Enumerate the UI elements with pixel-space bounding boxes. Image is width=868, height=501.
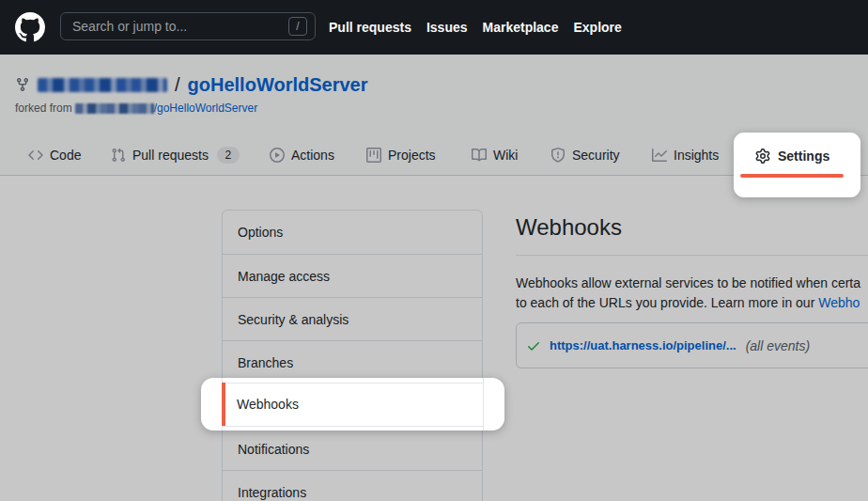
github-logo-icon[interactable] [15,12,45,42]
search-input[interactable]: Search or jump to... / [60,12,316,40]
settings-tab-highlight: Settings [734,133,860,197]
search-placeholder: Search or jump to... [72,19,288,34]
global-nav: Pull requests Issues Marketplace Explore [329,0,622,55]
tab-settings[interactable]: Settings [755,149,829,164]
nav-issues[interactable]: Issues [426,20,468,35]
dim-overlay [0,55,868,501]
item-bottom-border [222,426,483,427]
nav-explore[interactable]: Explore [573,20,621,35]
gear-icon [755,149,770,164]
active-item-indicator [222,383,225,426]
active-tab-underline [740,174,844,178]
webhooks-menu-highlight: Webhooks [201,378,504,431]
sidebar-item-webhooks[interactable]: Webhooks [237,383,299,426]
nav-pull-requests[interactable]: Pull requests [329,20,411,35]
global-header: Search or jump to... / Pull requests Iss… [0,0,868,55]
sidebar-right-border [483,378,484,431]
slash-shortcut-key: / [288,17,307,36]
nav-marketplace[interactable]: Marketplace [483,20,559,35]
github-settings-page: Search or jump to... / Pull requests Iss… [0,0,868,501]
